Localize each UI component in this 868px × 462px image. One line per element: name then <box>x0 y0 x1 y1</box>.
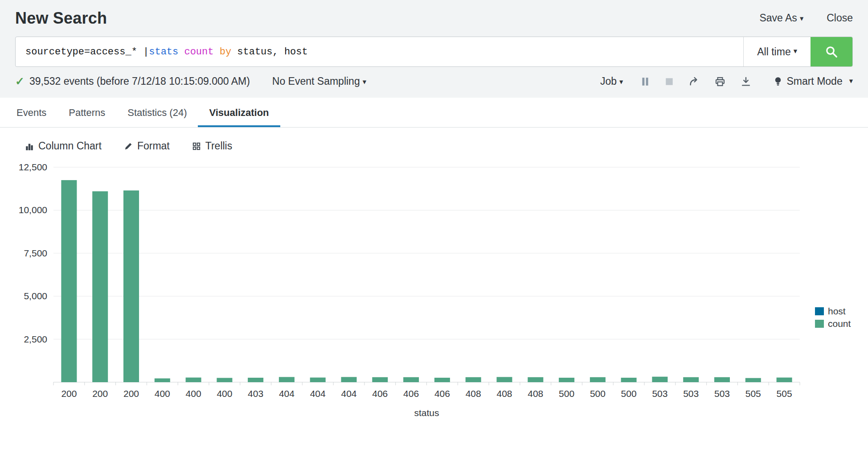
job-menu-button[interactable]: Job▾ <box>600 75 623 87</box>
viz-toolbar: Column Chart Format Trellis <box>0 128 868 154</box>
query-text: sourcetype=access_* | <box>25 46 149 58</box>
event-sampling-dropdown[interactable]: No Event Sampling▾ <box>272 75 366 87</box>
top-section: New Search Save As▾ Close sourcetype=acc… <box>0 0 868 98</box>
legend-item-host[interactable]: host <box>815 306 851 317</box>
header: New Search Save As▾ Close <box>0 0 868 31</box>
check-icon: ✓ <box>15 75 25 88</box>
svg-text:406: 406 <box>372 388 388 399</box>
results-tabs: Events Patterns Statistics (24) Visualiz… <box>0 98 868 128</box>
svg-text:404: 404 <box>341 388 356 399</box>
legend-swatch <box>815 320 824 328</box>
time-range-label: All time <box>757 46 790 58</box>
caret-down-icon: ▾ <box>800 14 803 23</box>
search-input[interactable]: sourcetype=access_* |stats count by stat… <box>16 37 743 66</box>
search-bar: sourcetype=access_* |stats count by stat… <box>15 37 853 67</box>
svg-text:200: 200 <box>92 388 108 399</box>
page-title: New Search <box>15 9 107 28</box>
lightbulb-icon <box>774 76 782 87</box>
header-actions: Save As▾ Close <box>759 12 853 28</box>
svg-text:500: 500 <box>559 388 574 399</box>
svg-text:404: 404 <box>279 388 295 399</box>
svg-text:400: 400 <box>186 388 201 399</box>
stop-icon <box>665 77 674 87</box>
status-right: Job▾ <box>600 75 853 87</box>
format-button[interactable]: Format <box>124 140 170 152</box>
svg-text:503: 503 <box>652 388 667 399</box>
export-download-button[interactable] <box>741 76 751 87</box>
legend-label: host <box>828 306 846 317</box>
caret-down-icon: ▾ <box>794 47 797 56</box>
svg-text:500: 500 <box>590 388 606 399</box>
search-button[interactable] <box>811 37 852 66</box>
stop-button[interactable] <box>665 77 674 87</box>
tab-visualization[interactable]: Visualization <box>198 98 280 127</box>
svg-text:505: 505 <box>745 388 761 399</box>
svg-text:408: 408 <box>528 388 543 399</box>
format-label: Format <box>137 140 170 152</box>
svg-text:408: 408 <box>466 388 481 399</box>
query-keyword-by: by <box>213 46 231 58</box>
svg-text:200: 200 <box>61 388 77 399</box>
pencil-icon <box>124 142 133 151</box>
svg-text:404: 404 <box>310 388 326 399</box>
query-keyword-count: count <box>178 46 213 58</box>
svg-text:403: 403 <box>248 388 263 399</box>
caret-down-icon: ▾ <box>849 77 853 86</box>
svg-text:7,500: 7,500 <box>24 248 47 258</box>
chart-legend: hostcount <box>815 306 851 329</box>
print-icon <box>715 76 725 87</box>
search-icon <box>825 45 838 58</box>
status-left: ✓ 39,532 events (before 7/12/18 10:15:09… <box>15 75 366 88</box>
column-chart-icon <box>25 142 34 151</box>
share-button[interactable] <box>689 76 700 87</box>
time-range-picker[interactable]: All time▾ <box>743 37 811 66</box>
search-mode-label: Smart Mode <box>786 75 842 87</box>
column-chart[interactable]: 2,5005,0007,50010,00012,5002002002004004… <box>9 159 809 433</box>
legend-item-count[interactable]: count <box>815 318 851 329</box>
svg-text:408: 408 <box>496 388 512 399</box>
svg-text:400: 400 <box>217 388 232 399</box>
svg-text:406: 406 <box>403 388 419 399</box>
tab-statistics[interactable]: Statistics (24) <box>116 98 198 127</box>
legend-label: count <box>828 318 851 329</box>
svg-text:2,500: 2,500 <box>24 334 47 344</box>
svg-text:406: 406 <box>434 388 450 399</box>
trellis-label: Trellis <box>205 140 232 152</box>
svg-text:200: 200 <box>123 388 139 399</box>
splunk-search-page: New Search Save As▾ Close sourcetype=acc… <box>0 0 868 462</box>
trellis-grid-icon <box>192 142 201 151</box>
close-button[interactable]: Close <box>827 12 853 24</box>
download-icon <box>741 76 751 87</box>
print-button[interactable] <box>715 76 725 87</box>
job-label: Job <box>600 75 617 87</box>
query-text-rest: status, host <box>231 46 308 58</box>
share-icon <box>689 76 700 87</box>
legend-swatch <box>815 307 824 315</box>
svg-text:500: 500 <box>621 388 637 399</box>
pause-icon <box>641 77 650 87</box>
svg-text:400: 400 <box>155 388 170 399</box>
search-mode-selector[interactable]: Smart Mode▾ <box>774 75 853 87</box>
search-row: sourcetype=access_* |stats count by stat… <box>0 31 868 73</box>
event-sampling-label: No Event Sampling <box>272 75 360 87</box>
chart-type-button[interactable]: Column Chart <box>25 140 102 152</box>
svg-text:505: 505 <box>777 388 792 399</box>
chart-section: 2,5005,0007,50010,00012,5002002002004004… <box>0 154 868 433</box>
tab-patterns[interactable]: Patterns <box>57 98 116 127</box>
caret-down-icon: ▾ <box>363 78 366 87</box>
events-summary: 39,532 events (before 7/12/18 10:15:09.0… <box>29 75 250 87</box>
save-as-button[interactable]: Save As▾ <box>759 12 803 24</box>
svg-text:503: 503 <box>714 388 730 399</box>
svg-text:status: status <box>414 408 439 418</box>
svg-text:12,500: 12,500 <box>19 162 47 172</box>
trellis-button[interactable]: Trellis <box>192 140 232 152</box>
query-keyword-stats: stats <box>149 46 178 58</box>
pause-button[interactable] <box>641 77 650 87</box>
save-as-label: Save As <box>759 12 797 24</box>
svg-text:5,000: 5,000 <box>24 291 47 301</box>
status-bar: ✓ 39,532 events (before 7/12/18 10:15:09… <box>0 73 868 98</box>
chart-type-label: Column Chart <box>38 140 102 152</box>
caret-down-icon: ▾ <box>619 78 623 87</box>
svg-text:503: 503 <box>683 388 699 399</box>
tab-events[interactable]: Events <box>5 98 57 127</box>
